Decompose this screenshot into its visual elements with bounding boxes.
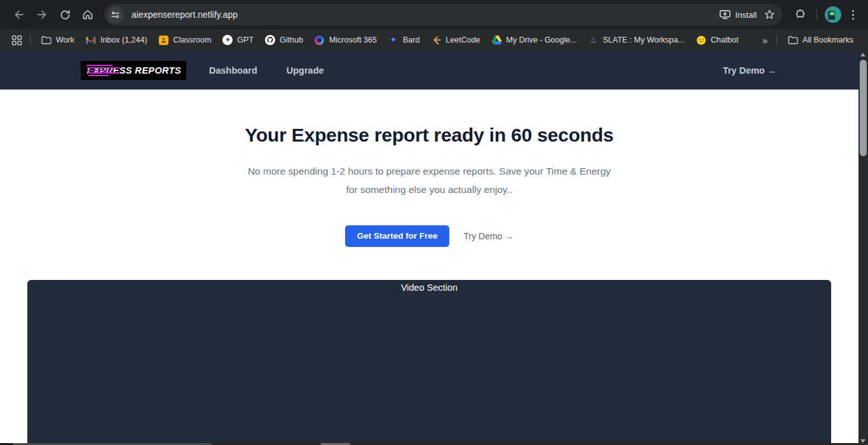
back-button[interactable] <box>10 5 29 24</box>
nav-upgrade[interactable]: Upgrade <box>287 65 324 76</box>
extensions-button[interactable] <box>790 5 810 24</box>
classroom-icon <box>159 35 169 45</box>
header-try-demo-link[interactable]: Try Demo → <box>722 65 776 76</box>
folder-icon <box>788 35 798 45</box>
profile-avatar[interactable] <box>825 6 841 23</box>
bookmark-github[interactable]: Github <box>259 32 309 48</box>
hero-try-demo-link[interactable]: Try Demo → <box>463 231 513 241</box>
bookmark-label: GPT <box>237 36 254 44</box>
site-info-button[interactable] <box>107 6 124 23</box>
puzzle-icon <box>794 9 806 21</box>
bookmark-label: SLATE : My Workspa... <box>603 36 685 44</box>
bookmark-gpt[interactable]: ✳ GPT <box>217 32 259 48</box>
bookmark-microsoft-365[interactable]: Microsoft 365 <box>309 32 383 48</box>
scrollbar-thumb[interactable] <box>860 60 867 156</box>
bookmark-bard[interactable]: ✦ Bard <box>383 32 425 48</box>
scroll-down-arrow[interactable] <box>860 439 865 443</box>
address-bar[interactable]: aiexpensereport.netlify.app Install <box>104 4 782 25</box>
bookmarks-overflow-button[interactable]: » <box>759 35 771 46</box>
site-header: EXPRESS REPORTS Dashboard Upgrade Try De… <box>0 51 858 90</box>
bookmark-chatbot[interactable]: Chatbot <box>690 32 744 48</box>
bookmark-inbox[interactable]: Inbox (1,244) <box>80 32 153 48</box>
folder-icon <box>41 35 51 45</box>
hero-subtitle: No more spending 1-2 hours to prepare ex… <box>0 162 858 199</box>
gpt-icon: ✳ <box>222 35 233 45</box>
page-scrollbar[interactable] <box>858 51 868 445</box>
bookmarks-bar: Work Inbox (1,244) Classroom ✳ GPT Githu… <box>0 29 868 51</box>
bookmark-label: Microsoft 365 <box>329 36 377 44</box>
menu-dot <box>852 10 854 12</box>
bookmark-label: Classroom <box>173 36 212 44</box>
star-icon <box>764 9 775 20</box>
forward-icon <box>36 8 48 21</box>
all-bookmarks-button[interactable]: All Bookmarks <box>782 32 859 48</box>
github-icon <box>265 35 275 45</box>
google-drive-icon <box>492 35 502 45</box>
bookmark-label: My Drive - Google... <box>506 36 577 44</box>
nav-dashboard[interactable]: Dashboard <box>209 65 257 76</box>
install-label: Install <box>735 10 757 20</box>
web-page: EXPRESS REPORTS Dashboard Upgrade Try De… <box>0 51 858 445</box>
browser-toolbar: aiexpensereport.netlify.app Install <box>0 0 868 29</box>
leetcode-icon <box>431 35 441 45</box>
hero-subtitle-line1: No more spending 1-2 hours to prepare ex… <box>248 166 611 176</box>
express-reports-logo[interactable]: EXPRESS REPORTS <box>81 61 186 80</box>
refresh-icon <box>59 9 71 21</box>
site-settings-icon <box>111 10 120 20</box>
bookmark-label: Inbox (1,244) <box>100 36 147 44</box>
slate-icon: ♨ <box>588 35 599 45</box>
install-icon <box>719 10 731 20</box>
avatar-image-detail <box>830 12 834 15</box>
bookmark-label: LeetCode <box>445 36 480 44</box>
menu-dot <box>852 14 854 16</box>
bookmark-leetcode[interactable]: LeetCode <box>425 32 485 48</box>
site-nav: Dashboard Upgrade <box>209 65 324 76</box>
back-icon <box>13 8 25 21</box>
logo-speed-lines <box>83 64 120 77</box>
scroll-up-arrow[interactable] <box>860 53 865 56</box>
install-button[interactable]: Install <box>715 10 761 20</box>
hugging-face-icon <box>696 35 706 45</box>
get-started-button[interactable]: Get Started for Free <box>345 225 450 247</box>
toolbar-divider <box>817 9 817 20</box>
bookmark-my-drive[interactable]: My Drive - Google... <box>486 32 583 48</box>
apps-grid-icon <box>11 35 22 46</box>
menu-dot <box>852 18 854 20</box>
side-panel-apps-button[interactable] <box>9 32 25 48</box>
gmail-icon <box>86 35 96 45</box>
hero-subtitle-line2: for something else you actually enjoy.. <box>346 184 513 195</box>
microsoft-365-icon <box>315 35 325 45</box>
bookmark-label: Bard <box>403 36 419 44</box>
bookmark-star-button[interactable] <box>761 6 778 23</box>
bookmark-work[interactable]: Work <box>36 32 80 48</box>
bookmark-classroom[interactable]: Classroom <box>153 32 217 48</box>
cta-row: Get Started for Free Try Demo → <box>0 225 858 247</box>
bookmark-label: Chatbot <box>710 36 738 44</box>
browser-menu-button[interactable] <box>846 5 860 24</box>
bard-icon: ✦ <box>388 35 398 45</box>
url-text[interactable]: aiexpensereport.netlify.app <box>132 10 238 20</box>
bookmarks-divider <box>776 35 777 45</box>
all-bookmarks-label: All Bookmarks <box>803 36 853 44</box>
bookmark-label: Work <box>56 36 74 44</box>
home-button[interactable] <box>78 5 97 24</box>
hero-section: Your Expense report ready in 60 seconds … <box>0 124 858 247</box>
hero-title: Your Expense report ready in 60 seconds <box>0 124 858 146</box>
refresh-button[interactable] <box>55 5 74 24</box>
forward-button[interactable] <box>32 5 51 24</box>
bookmark-slate[interactable]: ♨ SLATE : My Workspa... <box>583 32 691 48</box>
video-section-title: Video Section <box>27 280 831 293</box>
home-icon <box>81 8 94 21</box>
bookmark-label: Github <box>280 36 303 44</box>
bookmarks-divider <box>30 35 31 45</box>
video-section: Video Section <box>27 280 831 445</box>
